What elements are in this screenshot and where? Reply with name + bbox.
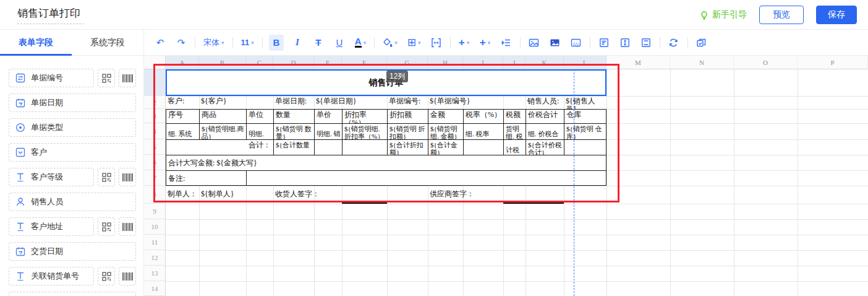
th-tax-rate[interactable]: 税率（%） xyxy=(463,109,503,123)
empty-cell[interactable] xyxy=(342,139,387,155)
empty-cell[interactable] xyxy=(463,139,503,155)
total-tax-cell[interactable]: 计税 xyxy=(503,139,525,155)
merge-cells-button[interactable] xyxy=(429,35,444,51)
td-discount[interactable]: ${销货明 折扣额} xyxy=(387,123,428,139)
cell-format-button[interactable] xyxy=(597,35,611,51)
total-discount-cell[interactable]: ${合计折扣额} xyxy=(387,139,428,155)
th-qty[interactable]: 数量 xyxy=(273,109,314,123)
col-header-M[interactable]: M xyxy=(606,56,670,69)
borders-button[interactable]: ⊞▾ xyxy=(406,35,423,51)
watermark-button[interactable] xyxy=(569,35,584,51)
td-seq[interactable]: 细. 系统 xyxy=(166,123,199,139)
col-header-P[interactable]: P xyxy=(798,56,868,69)
sidebar-item-related-sales-no[interactable]: 关联销货单号 xyxy=(9,267,94,285)
underline-button[interactable]: U xyxy=(332,35,347,51)
col-header-E[interactable]: E xyxy=(314,56,342,69)
qrcode-button[interactable] xyxy=(98,69,115,87)
col-header-L[interactable]: L xyxy=(564,56,606,69)
tab-form-fields[interactable]: 表单字段 xyxy=(0,30,72,55)
save-button[interactable]: 保存 xyxy=(816,6,857,24)
qrcode-button[interactable] xyxy=(98,217,115,236)
preview-button[interactable]: 预览 xyxy=(759,6,804,24)
fill-color-button[interactable]: ▾ xyxy=(381,35,399,51)
barcode-button[interactable] xyxy=(119,267,136,285)
row-header-7[interactable]: 7 xyxy=(144,170,166,186)
th-seq[interactable]: 序号 xyxy=(166,109,199,123)
row-header-3[interactable]: 3 xyxy=(144,109,166,123)
row-header-13[interactable]: 13 xyxy=(144,266,166,281)
apply-template-button[interactable] xyxy=(694,35,709,51)
td-price[interactable]: 明细. 销 xyxy=(314,123,342,139)
insert-image-button[interactable] xyxy=(527,35,542,51)
docno-value-cell[interactable]: ${单据编号} xyxy=(428,96,503,109)
td-discount-rate[interactable]: ${销货明细.折扣率（%） xyxy=(342,123,387,139)
row-header-12[interactable]: 12 xyxy=(144,250,166,266)
maker-label-cell[interactable]: 制单人： xyxy=(166,186,199,204)
amount-words-cell[interactable]: 合计大写金额: ${金额大写} xyxy=(166,155,606,170)
reset-button[interactable] xyxy=(666,35,681,51)
row-header-6[interactable]: 6 xyxy=(144,155,166,170)
row-header-9[interactable]: 9 xyxy=(144,204,166,219)
sidebar-item-document-type[interactable]: 单据类型 xyxy=(9,118,136,137)
bold-button[interactable]: B xyxy=(269,35,284,51)
row-header-10[interactable]: 10 xyxy=(144,219,166,235)
remark-cell[interactable]: 备注: xyxy=(166,170,246,186)
barcode-button[interactable] xyxy=(119,217,136,236)
docno-label-cell[interactable]: 单据编号: xyxy=(387,96,428,109)
col-header-J[interactable]: J xyxy=(503,56,525,69)
sales-label-cell[interactable]: 销售人员: xyxy=(525,96,564,109)
col-header-A[interactable]: A xyxy=(166,56,199,69)
row-header-11[interactable]: 11 xyxy=(144,235,166,250)
th-warehouse[interactable]: 仓库 xyxy=(564,109,606,123)
date-label-cell[interactable]: 单据日期: xyxy=(273,96,314,109)
col-header-O[interactable]: O xyxy=(734,56,798,69)
sidebar-item-customer[interactable]: 客户 xyxy=(9,143,136,162)
th-tax-total[interactable]: 价税合计 xyxy=(525,109,564,123)
total-taxtotal-cell[interactable]: ${合计价税合计} xyxy=(525,139,564,155)
qrcode-button[interactable] xyxy=(98,168,115,186)
td-product[interactable]: ${销货明细.商品} xyxy=(199,123,246,139)
td-tax[interactable]: 货明细. 税 xyxy=(503,123,525,139)
qrcode-button[interactable] xyxy=(98,267,115,285)
row-header-1[interactable]: 1 xyxy=(144,69,166,96)
sidebar-item-salesperson[interactable]: 销售人员 xyxy=(9,193,136,211)
col-header-I[interactable]: I xyxy=(463,56,503,69)
col-header-G[interactable]: G xyxy=(387,56,428,69)
supplier-sign-label-cell[interactable]: 供应商签字： xyxy=(428,186,503,204)
td-tax-rate[interactable]: 细. 税率 xyxy=(463,123,503,139)
col-header-N[interactable]: N xyxy=(670,56,734,69)
row-header-5[interactable]: 5 xyxy=(144,139,166,155)
th-discount[interactable]: 折扣额 xyxy=(387,109,428,123)
barcode-button[interactable] xyxy=(119,69,136,87)
supplier-signature-line[interactable] xyxy=(503,186,525,204)
font-family-select[interactable]: 宋体▾ xyxy=(202,35,226,51)
th-product[interactable]: 商品 xyxy=(199,109,246,123)
total-label-cell[interactable]: 合计： xyxy=(166,139,273,155)
td-amount[interactable]: ${销货明细. 金额} xyxy=(428,123,463,139)
col-header-H[interactable]: H xyxy=(428,56,463,69)
barcode-button[interactable] xyxy=(119,168,136,186)
th-tax[interactable]: 税额 xyxy=(503,109,525,123)
customer-value-cell[interactable]: ${客户} xyxy=(199,96,246,109)
th-discount-rate[interactable]: 折扣率（%） xyxy=(342,109,387,123)
customer-label-cell[interactable]: 客户: xyxy=(166,96,199,109)
strikethrough-button[interactable]: T xyxy=(311,35,326,51)
sidebar-item-customer-address[interactable]: 客户地址 xyxy=(9,217,94,236)
sidebar-item-partial[interactable] xyxy=(9,292,136,296)
row-header-2[interactable]: 2 xyxy=(144,96,166,109)
page-title[interactable]: 销售订单打印 xyxy=(17,5,84,24)
row-height-button[interactable] xyxy=(618,35,632,51)
font-color-button[interactable]: A▾ xyxy=(353,35,368,51)
empty-cell[interactable] xyxy=(246,170,606,186)
background-image-button[interactable] xyxy=(548,35,563,51)
col-header-B[interactable]: B xyxy=(199,56,246,69)
th-unit[interactable]: 单位 xyxy=(246,109,273,123)
td-warehouse[interactable]: ${销货明 仓库} xyxy=(564,123,606,139)
row-header-8[interactable]: 8 xyxy=(144,186,166,204)
sidebar-item-document-no[interactable]: 单据编号 xyxy=(9,69,94,87)
th-amount[interactable]: 金额 xyxy=(428,109,463,123)
sidebar-item-delivery-date[interactable]: 交货日期 xyxy=(9,242,136,261)
sidebar-item-customer-level[interactable]: 客户等级 xyxy=(9,168,94,186)
sidebar-item-document-date[interactable]: 单据日期 xyxy=(9,94,136,112)
row-ops-button[interactable] xyxy=(499,35,514,51)
